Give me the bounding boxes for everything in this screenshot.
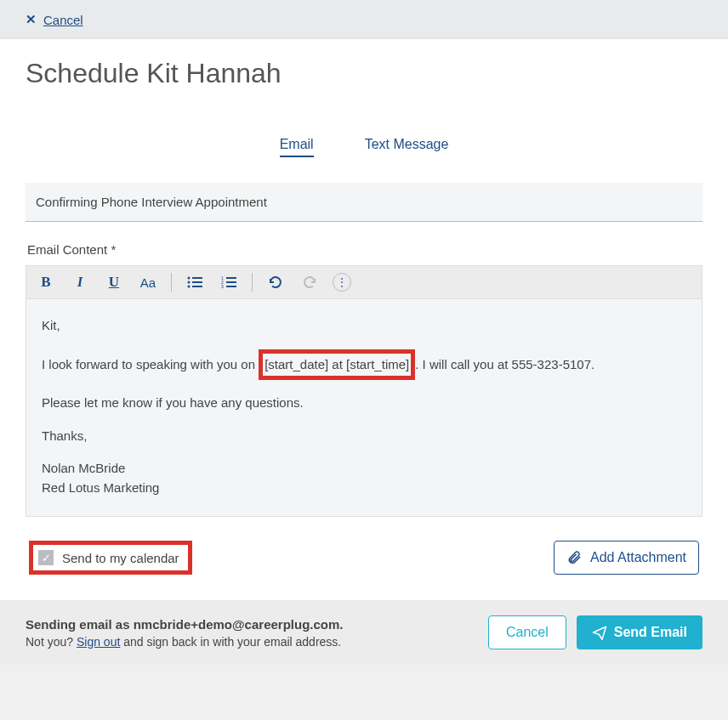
add-attachment-label: Add Attachment [590,550,686,565]
tab-email[interactable]: Email [280,137,314,157]
bullet-list-icon [187,276,202,288]
svg-text:3: 3 [221,284,224,288]
not-you-rest: and sign back in with your email address… [120,635,341,649]
underline-button[interactable]: U [103,271,125,293]
checkbox-label: Send to my calendar [62,551,179,565]
bold-button[interactable]: B [35,271,57,293]
email-sig-name: Nolan McBride [42,459,686,479]
cancel-link[interactable]: Cancel [43,13,83,27]
svg-rect-7 [226,277,236,279]
number-list-icon: 1 2 3 [221,276,236,288]
checkbox-icon: ✓ [38,550,54,565]
email-line1: I look forward to speaking with you on [… [42,349,686,381]
email-content-label: Email Content * [27,242,702,257]
bullet-list-button[interactable] [184,271,206,293]
template-token-highlight: [start_date] at [start_time] [259,349,415,381]
svg-point-4 [188,286,191,288]
form-content: Email Content * B I U Aa 1 2 3 [0,166,728,600]
email-line1-post: . I will call you at 555-323-5107. [415,357,594,371]
main-card: Schedule Kit Hannah [0,39,728,111]
email-greeting: Kit, [42,316,686,336]
more-options-button[interactable]: ⋮ [333,273,351,292]
svg-rect-11 [226,286,236,287]
redo-button[interactable] [299,271,321,293]
below-editor-row: ✓ Send to my calendar Add Attachment [26,517,702,583]
footer-actions: Cancel Send Email [488,615,702,649]
svg-point-0 [188,277,191,280]
email-line1-pre: I look forward to speaking with you on [42,357,259,371]
not-you-text: Not you? Sign out and sign back in with … [26,635,344,649]
tab-text-message[interactable]: Text Message [365,137,449,157]
toolbar-separator [171,273,172,292]
not-you-prefix: Not you? [26,635,77,649]
sign-out-link[interactable]: Sign out [77,635,120,649]
svg-rect-9 [226,281,236,283]
text-style-button[interactable]: Aa [137,271,159,293]
tabs: Email Text Message [0,111,728,166]
sending-as-text: Sending email as nmcbride+demo@careerplu… [26,617,344,632]
top-bar: ✕ Cancel [0,0,728,39]
send-email-button[interactable]: Send Email [577,615,702,649]
email-editor[interactable]: Kit, I look forward to speaking with you… [26,299,702,517]
toolbar-separator [252,273,253,292]
italic-button[interactable]: I [69,271,91,293]
page-title: Schedule Kit Hannah [0,39,728,111]
editor-toolbar: B I U Aa 1 2 3 [26,265,702,299]
footer: Sending email as nmcbride+demo@careerplu… [0,600,728,665]
send-calendar-checkbox[interactable]: ✓ Send to my calendar [29,541,192,575]
cancel-button[interactable]: Cancel [488,615,566,649]
undo-icon [267,274,284,291]
close-icon[interactable]: ✕ [26,12,37,27]
send-email-label: Send Email [614,625,687,640]
send-icon [592,625,607,640]
email-sig-company: Red Lotus Marketing [42,479,686,498]
svg-rect-1 [192,277,202,279]
paperclip-icon [566,550,582,565]
email-thanks: Thanks, [42,427,686,446]
number-list-button[interactable]: 1 2 3 [218,271,240,293]
svg-rect-5 [192,286,202,287]
svg-rect-3 [192,281,202,283]
add-attachment-button[interactable]: Add Attachment [554,541,699,575]
undo-button[interactable] [264,271,287,293]
svg-point-2 [188,281,191,284]
redo-icon [301,274,318,291]
subject-input[interactable] [26,183,702,222]
email-line2: Please let me know if you have any quest… [42,394,686,413]
footer-info: Sending email as nmcbride+demo@careerplu… [26,617,344,649]
